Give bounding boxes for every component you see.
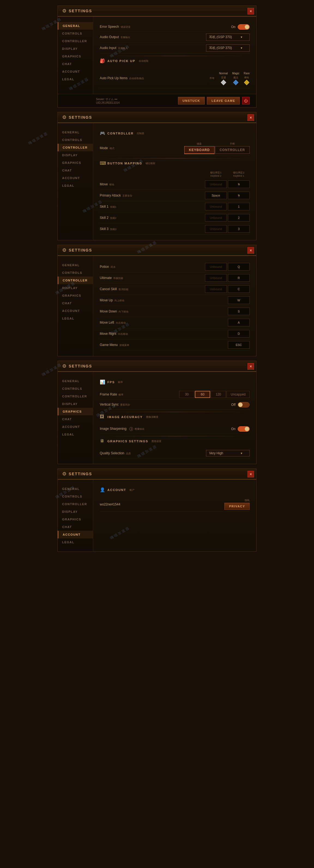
move-up-bind[interactable]: W — [228, 297, 250, 304]
close-button-3[interactable]: × — [248, 247, 254, 254]
quality-dropdown[interactable]: Very High ▼ — [206, 450, 250, 457]
potion-bind1[interactable]: Unbound — [205, 263, 227, 271]
mode-controller-button[interactable]: Controller — [215, 146, 250, 154]
sidebar-item-controls-3[interactable]: CONTROLS — [58, 269, 93, 277]
uid-label: UID:261950011014 — [96, 101, 120, 104]
panel-title-2: SETTINGS — [69, 115, 92, 120]
game-menu-bind[interactable]: ESC — [228, 341, 250, 349]
sidebar-item-legal-5[interactable]: LEGAL — [58, 538, 93, 546]
audio-input-dropdown[interactable]: 耳机 (GSP 370) ▼ — [206, 44, 250, 52]
image-sharpening-toggle[interactable] — [238, 426, 250, 432]
move-left-label: Move Left 向左移动 — [100, 321, 149, 325]
cancel-skill-label: Cancel Skill 取消技能 — [100, 287, 149, 291]
sidebar-item-account-1[interactable]: ACCOUNT — [58, 68, 93, 75]
unstuck-button[interactable]: UNSTUCK — [178, 97, 205, 104]
quality-label: Quality Selection 品质 — [100, 451, 149, 455]
error-speech-toggle[interactable] — [238, 24, 250, 30]
sidebar-item-controls-5[interactable]: CONTROLS — [58, 493, 93, 500]
sidebar-5: GENERAL CONTROLS CONTROLLER DISPLAY GRAP… — [58, 479, 93, 552]
sidebar-item-general-3[interactable]: GENERAL — [58, 261, 93, 269]
frame-30-button[interactable]: 30 — [179, 391, 194, 398]
auto-pickup-title: AUTO PICK UP — [107, 59, 136, 63]
sidebar-item-display-1[interactable]: DISPLAY — [58, 45, 93, 53]
sidebar-item-general-2[interactable]: GENERAL — [58, 128, 93, 136]
sidebar-item-graphics-2[interactable]: GRAPHICS — [58, 159, 93, 166]
graphics-settings-header: 🖥 GRAPHICS SETTINGS 图形设置 — [100, 438, 250, 444]
ultimate-bind1[interactable]: Unbound — [205, 274, 227, 282]
pickup-normal[interactable]: Normal 普通 — [219, 72, 228, 84]
sidebar-item-graphics-1[interactable]: GRAPHICS — [58, 53, 93, 60]
sidebar-item-chat-4[interactable]: CHAT — [58, 415, 93, 423]
sidebar-item-display-4[interactable]: DISPLAY — [58, 400, 93, 408]
skill2-bind2[interactable]: 2 — [228, 214, 250, 222]
skill1-bind1[interactable]: Unbound — [205, 203, 227, 210]
sidebar-item-account-3[interactable]: ACCOUNT — [58, 307, 93, 315]
cancel-skill-bind2[interactable]: C — [228, 285, 250, 293]
privacy-button[interactable]: PRIVACY — [224, 503, 250, 510]
sidebar-item-account-2[interactable]: ACCOUNT — [58, 174, 93, 182]
frame-120-button[interactable]: 120 — [211, 391, 226, 398]
sidebar-item-general-4[interactable]: GENERAL — [58, 377, 93, 385]
sidebar-item-graphics-5[interactable]: GRAPHICS — [58, 516, 93, 523]
skill2-bind1[interactable]: Unbound — [205, 214, 227, 222]
panel-title-4: SETTINGS — [69, 364, 92, 368]
move-bind1[interactable]: Unbound — [205, 181, 227, 188]
ultimate-bind2[interactable]: R — [228, 274, 250, 282]
sidebar-item-controller-1[interactable]: CONTROLLER — [58, 37, 93, 45]
pickup-rare[interactable]: Rare 稀有 — [244, 72, 250, 84]
sidebar-item-graphics-3[interactable]: GRAPHICS — [58, 292, 93, 300]
sidebar-item-controller-4[interactable]: CONTROLLER — [58, 393, 93, 400]
sidebar-item-graphics-4[interactable]: GRAPHICS — [58, 408, 93, 415]
audio-output-dropdown[interactable]: 耳机 (GSP 370) ▼ — [206, 33, 250, 41]
sidebar-item-chat-2[interactable]: CHAT — [58, 166, 93, 174]
sidebar-item-controls-4[interactable]: CONTROLS — [58, 385, 93, 393]
sidebar-item-account-4[interactable]: ACCOUNT — [58, 423, 93, 431]
content-area-5: 👤 ACCOUNT 账户 wo22ne#1544 隐私 PRIVACY — [93, 479, 256, 552]
sidebar-item-legal-2[interactable]: LEGAL — [58, 182, 93, 189]
skill3-bind2[interactable]: 3 — [228, 225, 250, 233]
sidebar-item-chat-5[interactable]: CHAT — [58, 523, 93, 531]
sidebar-item-chat-3[interactable]: CHAT — [58, 300, 93, 307]
potion-bind2[interactable]: Q — [228, 263, 250, 271]
close-button-4[interactable]: × — [248, 363, 254, 370]
skill3-bind1[interactable]: Unbound — [205, 225, 227, 233]
close-button-1[interactable]: × — [248, 8, 254, 14]
primary-attack-bind1[interactable]: Space — [205, 192, 227, 199]
pickup-magic[interactable]: Magic 魔法 — [232, 72, 239, 84]
move-bind2[interactable]: 🖱 — [228, 181, 250, 188]
sidebar-item-chat-1[interactable]: CHAT — [58, 60, 93, 68]
primary-attack-bind2[interactable]: 🖱 — [228, 192, 250, 199]
sidebar-item-display-3[interactable]: DISPLAY — [58, 284, 93, 292]
sidebar-item-legal-4[interactable]: LEGAL — [58, 431, 93, 438]
sidebar-item-controller-5[interactable]: CONTROLLER — [58, 500, 93, 508]
sidebar-item-display-5[interactable]: DISPLAY — [58, 508, 93, 516]
sidebar-item-account-5[interactable]: ACCOUNT — [58, 531, 93, 538]
sidebar-item-controller-2[interactable]: CONTROLLER — [58, 144, 93, 151]
frame-uncapped-button[interactable]: Uncapped — [227, 391, 250, 398]
sidebar-item-general-5[interactable]: GENERAL — [58, 485, 93, 493]
power-button[interactable]: ⏻ — [242, 97, 250, 104]
sidebar-item-controls-2[interactable]: CONTROLS — [58, 136, 93, 144]
move-right-bind[interactable]: D — [228, 330, 250, 338]
sidebar-item-general-1[interactable]: GENERAL — [58, 22, 93, 30]
cancel-skill-bind1[interactable]: Unbound — [205, 285, 227, 293]
sidebar-item-legal-1[interactable]: LEGAL — [58, 75, 93, 83]
sidebar-item-legal-3[interactable]: LEGAL — [58, 315, 93, 322]
username-value: wo22ne#1544 — [100, 502, 120, 506]
move-down-bind[interactable]: S — [228, 308, 250, 315]
close-button-5[interactable]: × — [248, 471, 254, 477]
leave-game-button[interactable]: LEAVE GAME — [207, 97, 240, 104]
sidebar-item-controller-3[interactable]: CONTROLLER — [58, 277, 93, 284]
sidebar-item-controls-1[interactable]: CONTROLS — [58, 30, 93, 37]
skill1-label: Skill 1 技能1 — [100, 205, 149, 209]
skill2-control: Unbound 2 — [149, 214, 250, 222]
vsync-toggle[interactable] — [238, 402, 250, 407]
move-left-bind[interactable]: A — [228, 319, 250, 327]
skill1-bind2[interactable]: 1 — [228, 203, 250, 210]
graphics-settings-icon: 🖥 — [100, 438, 105, 444]
frame-60-button[interactable]: 60 — [195, 391, 210, 398]
quality-value: Very High — [209, 451, 223, 455]
sidebar-item-display-2[interactable]: DISPLAY — [58, 151, 93, 159]
close-button-2[interactable]: × — [248, 114, 254, 121]
mode-keyboard-button[interactable]: Keyboard — [184, 146, 215, 154]
